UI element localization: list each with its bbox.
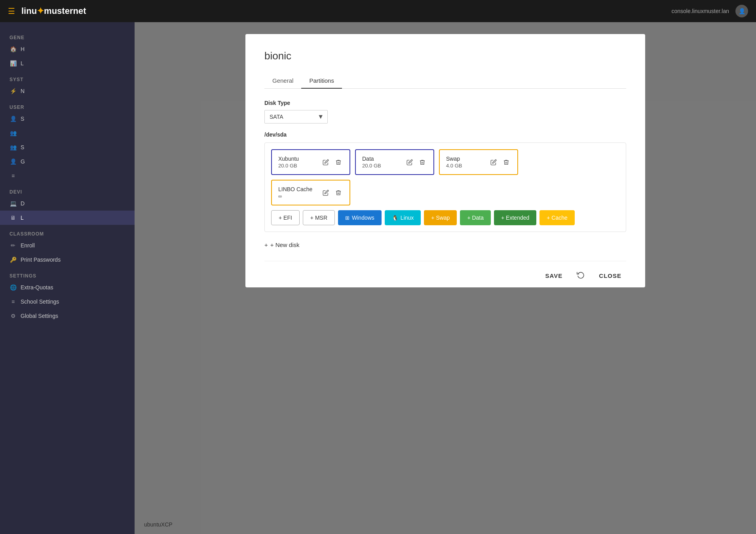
edit-swap-button[interactable] xyxy=(489,158,498,167)
sidebar-item-school-settings[interactable]: ≡ School Settings xyxy=(0,295,135,309)
partition-info-swap: Swap 4.0 GB xyxy=(446,156,484,169)
sidebar-item-enroll[interactable]: ✏ Enroll xyxy=(0,238,135,253)
sidebar-item-stats[interactable]: 📊 L xyxy=(0,56,135,70)
sidebar-item-extra-quotas[interactable]: 🌐 Extra-Quotas xyxy=(0,280,135,295)
sidebar-section-syst: SYST xyxy=(0,74,135,84)
sidebar-section-settings: SETTINGS xyxy=(0,270,135,280)
sidebar-item-user1[interactable]: 👤 S xyxy=(0,112,135,126)
sidebar-item-label: S xyxy=(21,116,24,122)
sidebar-item-label: Global Settings xyxy=(21,313,58,319)
partition-size-xubuntu: 20.0 GB xyxy=(278,163,316,169)
sidebar-section-gene: GENE xyxy=(0,32,135,42)
sidebar-item-label: Extra-Quotas xyxy=(21,284,53,291)
add-data-button[interactable]: + Data xyxy=(460,210,491,225)
modal-title: bionic xyxy=(264,50,626,62)
sidebar-item-user4[interactable]: 👤 G xyxy=(0,154,135,169)
partition-card-xubuntu: Xubuntu 20.0 GB xyxy=(271,149,350,175)
sidebar-item-home[interactable]: 🏠 H xyxy=(0,42,135,56)
partition-size-swap: 4.0 GB xyxy=(446,163,484,169)
partition-actions-linbo xyxy=(321,188,343,198)
add-efi-button[interactable]: + EFI xyxy=(271,210,300,225)
add-msr-label: + MSR xyxy=(310,215,327,221)
add-cache-label: + Cache xyxy=(547,215,568,221)
sidebar-item-label: Enroll xyxy=(21,242,35,249)
partition-name-data: Data xyxy=(362,156,400,162)
sidebar-item-global-settings[interactable]: ⚙ Global Settings xyxy=(0,309,135,323)
partition-row-2: LINBO Cache ∞ xyxy=(271,180,619,205)
partition-card-linbo-cache: LINBO Cache ∞ xyxy=(271,180,350,205)
globe-icon: 🌐 xyxy=(9,284,17,291)
sidebar-item-devi2[interactable]: 🖥 L xyxy=(0,211,135,225)
partition-name-xubuntu: Xubuntu xyxy=(278,156,316,162)
sidebar-item-label: L xyxy=(21,215,24,221)
partition-card-data: Data 20.0 GB xyxy=(355,149,434,175)
add-linux-button[interactable]: 🐧 Linux xyxy=(385,210,421,225)
windows-icon: ⊞ xyxy=(345,215,350,221)
new-disk-label: + New disk xyxy=(270,241,300,248)
partitions-container: Xubuntu 20.0 GB xyxy=(264,143,626,232)
disk-type-select[interactable]: SATA IDE NVMe xyxy=(264,110,328,124)
add-msr-button[interactable]: + MSR xyxy=(303,210,335,225)
sidebar-section-user: USER xyxy=(0,101,135,112)
edit-xubuntu-button[interactable] xyxy=(321,158,331,167)
add-partition-buttons: + EFI + MSR ⊞ Windows 🐧 Linux xyxy=(271,210,619,225)
sidebar-item-label: S xyxy=(21,144,24,150)
delete-data-button[interactable] xyxy=(418,158,427,167)
sidebar-item-label: H xyxy=(21,46,25,52)
partition-row-1: Xubuntu 20.0 GB xyxy=(271,149,619,175)
sidebar-item-user3[interactable]: 👥 S xyxy=(0,140,135,154)
sidebar-item-syst[interactable]: ⚡ N xyxy=(0,84,135,98)
partition-actions-swap xyxy=(489,158,511,167)
sidebar-item-label: N xyxy=(21,88,25,94)
user-icon: 👤 xyxy=(9,116,17,122)
add-windows-button[interactable]: ⊞ Windows xyxy=(338,210,382,225)
tab-partitions[interactable]: Partitions xyxy=(301,73,342,89)
sidebar-item-print-passwords[interactable]: 🔑 Print Passwords xyxy=(0,253,135,267)
modal-footer: SAVE CLOSE xyxy=(264,261,626,282)
sidebar-section-devi: DEVI xyxy=(0,186,135,196)
menu-icon: ≡ xyxy=(9,298,17,305)
chart-icon: 📊 xyxy=(9,60,17,67)
disk-type-label: Disk Type xyxy=(264,100,626,106)
sidebar-item-user5[interactable]: ≡ xyxy=(0,169,135,183)
add-cache-button[interactable]: + Cache xyxy=(539,210,575,225)
edit-linbo-button[interactable] xyxy=(321,188,331,198)
sidebar-item-user2[interactable]: 👥 xyxy=(0,126,135,140)
enroll-icon: ✏ xyxy=(9,242,17,249)
sidebar: GENE 🏠 H 📊 L SYST ⚡ N USER 👤 S 👥 👥 S 👤 G xyxy=(0,22,135,534)
tab-general[interactable]: General xyxy=(264,73,301,89)
console-link[interactable]: console.linuxmuster.lan xyxy=(671,8,729,14)
add-windows-label: Windows xyxy=(352,215,374,221)
logo: linu✦musternet xyxy=(21,6,86,16)
linux-icon: 🐧 xyxy=(392,215,398,221)
top-bar: ☰ linu✦musternet console.linuxmuster.lan… xyxy=(0,0,756,22)
users2-icon: 👥 xyxy=(9,144,17,150)
power-icon: ⚡ xyxy=(9,88,17,94)
delete-swap-button[interactable] xyxy=(501,158,511,167)
partition-info-data: Data 20.0 GB xyxy=(362,156,400,169)
new-disk-button[interactable]: + + New disk xyxy=(264,238,300,251)
delete-xubuntu-button[interactable] xyxy=(334,158,343,167)
edit-data-button[interactable] xyxy=(405,158,414,167)
users-icon: 👥 xyxy=(9,130,17,136)
tab-bar: General Partitions xyxy=(264,73,626,89)
sidebar-item-label: Print Passwords xyxy=(21,257,61,263)
sidebar-item-label: G xyxy=(21,158,25,165)
key-icon: 🔑 xyxy=(9,257,17,263)
partition-card-swap: Swap 4.0 GB xyxy=(439,149,518,175)
user-avatar-icon: 👤 xyxy=(735,5,748,17)
close-button[interactable]: CLOSE xyxy=(594,269,626,282)
delete-linbo-button[interactable] xyxy=(334,188,343,198)
add-extended-label: + Extended xyxy=(501,215,529,221)
add-extended-button[interactable]: + Extended xyxy=(494,210,536,225)
add-linux-label: Linux xyxy=(401,215,414,221)
user2-icon: 👤 xyxy=(9,158,17,165)
partition-info-xubuntu: Xubuntu 20.0 GB xyxy=(278,156,316,169)
add-swap-label: + Swap xyxy=(431,215,450,221)
hamburger-icon[interactable]: ☰ xyxy=(8,6,15,16)
reset-button[interactable] xyxy=(574,269,588,282)
list-icon: ≡ xyxy=(9,173,17,179)
add-swap-button[interactable]: + Swap xyxy=(424,210,457,225)
sidebar-item-devi1[interactable]: 💻 D xyxy=(0,196,135,211)
save-button[interactable]: SAVE xyxy=(541,269,568,282)
